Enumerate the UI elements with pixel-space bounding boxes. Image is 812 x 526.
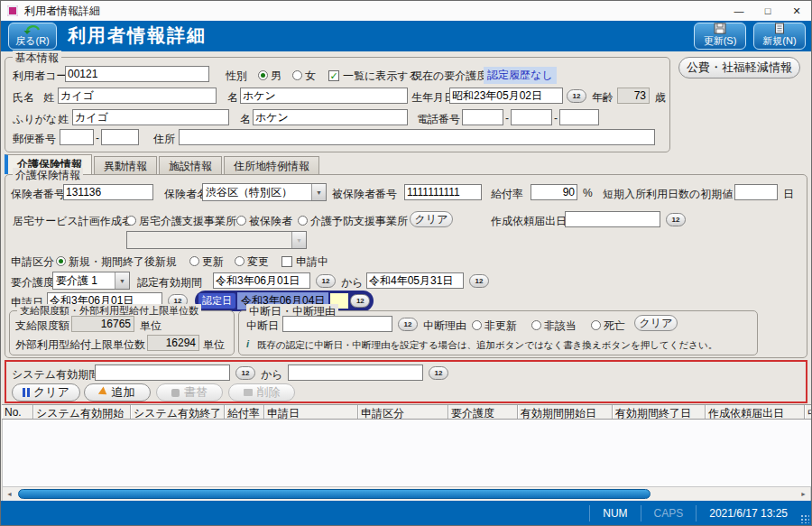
short-stay-input[interactable] — [734, 184, 778, 200]
column-header[interactable]: 中 — [805, 405, 811, 419]
birth-input[interactable] — [449, 88, 563, 104]
rewrite-button[interactable]: 書替 — [156, 383, 223, 401]
column-header[interactable]: 給付率 — [225, 405, 264, 419]
app-type-option1-label: 新規・期間終了後新規 — [69, 254, 177, 270]
new-button[interactable]: 新規(N) — [753, 23, 806, 50]
age-value: 73 — [617, 88, 650, 104]
planner-label: 居宅サービス計画作成者 — [13, 214, 133, 229]
column-header[interactable]: 申請日 — [264, 405, 358, 419]
add-button[interactable]: 追加 — [84, 383, 151, 401]
calendar-icon[interactable]: 12 — [235, 366, 255, 380]
gender-female-radio[interactable] — [292, 70, 302, 80]
postal-input-1[interactable] — [60, 129, 94, 145]
request-date-input[interactable] — [565, 211, 660, 227]
add-button-label: 追加 — [112, 384, 135, 401]
interruption-reason-label: 中断理由 — [423, 318, 466, 334]
current-care-level-label: 現在の要介護度 — [411, 69, 487, 84]
column-header[interactable]: No. — [2, 405, 33, 419]
phone-input-2[interactable] — [511, 109, 552, 125]
scrollbar-thumb[interactable] — [18, 489, 651, 499]
maximize-button[interactable]: □ — [753, 1, 782, 21]
column-header[interactable]: システム有効開始 — [33, 405, 131, 419]
back-button[interactable]: 戻る(R) — [8, 23, 57, 50]
planner-option1-label: 居宅介護支援事業所 — [139, 214, 236, 229]
cert-from-input[interactable] — [213, 272, 310, 289]
system-period-kara-label: から — [261, 367, 283, 383]
back-arrow-icon — [23, 23, 42, 34]
planner-clear-button[interactable]: クリア — [410, 211, 453, 227]
resize-grip-icon[interactable] — [800, 514, 809, 523]
calendar-icon[interactable]: 12 — [429, 366, 448, 380]
cert-to-input[interactable] — [366, 272, 464, 289]
insurer-name-label: 保険者名 — [164, 187, 208, 202]
phone-input-1[interactable] — [462, 109, 503, 125]
rate-input[interactable] — [531, 184, 577, 200]
app-type-option2-radio[interactable] — [189, 256, 199, 266]
delete-icon — [244, 389, 253, 396]
app-window: 利用者情報詳細 ― □ ✕ 戻る(R) 利用者情報詳細 — [0, 0, 812, 526]
planner-option3-radio[interactable] — [298, 216, 308, 226]
scroll-left-icon[interactable]: ◄ — [3, 487, 16, 501]
minimize-button[interactable]: ― — [724, 1, 753, 21]
mei-input[interactable] — [240, 88, 408, 104]
scroll-right-icon[interactable]: ► — [797, 487, 810, 501]
horizontal-scrollbar[interactable]: ◄ ► — [2, 486, 811, 502]
scrollbar-track[interactable] — [16, 487, 797, 501]
gender-male-radio[interactable] — [258, 70, 268, 80]
care-level-select[interactable]: 要介護 1 ▼ — [52, 272, 130, 290]
reason-option1-radio[interactable] — [472, 320, 482, 330]
insured-no-input[interactable] — [404, 184, 482, 200]
tab-idou[interactable]: 異動情報 — [94, 156, 157, 174]
external-value: 16294 — [147, 335, 199, 351]
column-header[interactable]: システム有効終了 — [131, 405, 225, 419]
column-header[interactable]: 有効期間終了日 — [613, 405, 706, 419]
insurer-no-input[interactable] — [63, 184, 153, 200]
show-in-list-checkbox[interactable]: ✓ — [328, 70, 339, 81]
furigana-sei-input[interactable] — [72, 109, 229, 125]
calendar-icon[interactable]: 12 — [666, 213, 686, 226]
column-header[interactable]: 有効期間開始日 — [518, 405, 613, 419]
app-icon — [7, 5, 18, 16]
history-table: No. システム有効開始 システム有効終了 給付率 申請日 申請区分 要介護度 … — [2, 404, 811, 502]
column-header[interactable]: 要介護度 — [448, 405, 518, 419]
planner-option1-radio[interactable] — [126, 216, 136, 226]
kara-label: から — [341, 275, 364, 291]
reason-clear-button[interactable]: クリア — [634, 315, 678, 331]
sei-input[interactable] — [58, 88, 217, 104]
furigana-mei-input[interactable] — [253, 109, 408, 125]
system-period-to-input[interactable] — [288, 365, 423, 381]
insurer-name-select[interactable]: 渋谷区（特別区） ▼ — [202, 183, 327, 201]
calendar-icon[interactable]: 12 — [567, 89, 586, 103]
calendar-icon[interactable]: 12 — [469, 274, 489, 288]
phone-input-3[interactable] — [559, 109, 599, 125]
app-pending-checkbox[interactable] — [281, 256, 292, 267]
app-type-option2-label: 更新 — [202, 254, 224, 270]
user-code-input[interactable] — [65, 66, 209, 82]
tab-juushochi[interactable]: 住所地特例情報 — [224, 156, 319, 174]
clear-button[interactable]: クリア — [12, 383, 80, 401]
app-type-option1-radio[interactable] — [56, 256, 66, 266]
postal-input-2[interactable] — [101, 129, 139, 145]
reason-option3-radio[interactable] — [591, 320, 601, 330]
save-icon — [714, 23, 726, 34]
close-button[interactable]: ✕ — [782, 1, 811, 21]
delete-button[interactable]: 削除 — [228, 383, 295, 401]
calendar-icon[interactable]: 12 — [398, 318, 418, 331]
update-button[interactable]: 更新(S) — [694, 23, 746, 50]
reason-option2-radio[interactable] — [531, 320, 541, 330]
app-type-option3-radio[interactable] — [235, 256, 245, 266]
public-expense-button[interactable]: 公費・社福軽減情報 — [678, 57, 800, 78]
tab-shisetsu[interactable]: 施設情報 — [159, 156, 222, 174]
calendar-icon[interactable]: 12 — [350, 294, 370, 308]
planner-option2-radio[interactable] — [236, 216, 246, 226]
address-input[interactable] — [179, 129, 655, 145]
chevron-down-icon: ▼ — [115, 272, 129, 289]
calendar-icon[interactable]: 12 — [316, 274, 336, 288]
column-header[interactable]: 申請区分 — [358, 405, 448, 419]
short-stay-unit: 日 — [783, 187, 794, 202]
column-header[interactable]: 作成依頼届出日 — [706, 405, 805, 419]
system-period-from-input[interactable] — [95, 365, 230, 381]
phone-label: 電話番号 — [417, 112, 460, 127]
insurance-group: 介護保険情報 保険者番号 保険者名 渋谷区（特別区） ▼ 被保険者番号 給付率 … — [5, 174, 807, 358]
interruption-date-input[interactable] — [282, 316, 392, 332]
